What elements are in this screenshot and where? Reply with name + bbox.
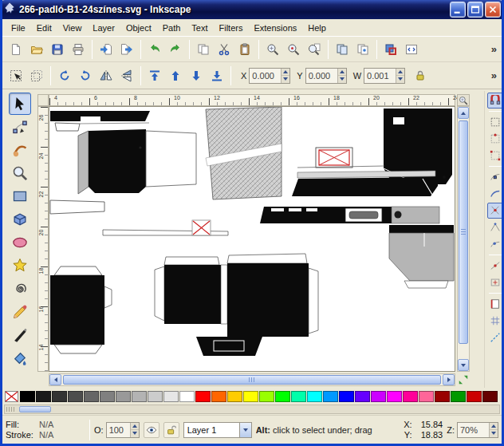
w-spinner[interactable] <box>396 69 404 83</box>
y-input[interactable]: 0.000 <box>305 68 347 84</box>
title-bar[interactable]: 266-padló-B1-24színes.svg - Inkscape <box>0 0 504 19</box>
import-document[interactable] <box>96 39 116 60</box>
spiral-tool[interactable] <box>9 278 31 300</box>
palette-swatch[interactable] <box>467 391 482 402</box>
y-spinner[interactable] <box>337 69 346 83</box>
fill-stroke-dialog[interactable] <box>380 39 401 60</box>
enable-snapping[interactable] <box>487 93 503 109</box>
open-document[interactable] <box>26 39 47 60</box>
redo[interactable] <box>165 39 186 60</box>
menu-help[interactable]: Help <box>302 21 332 35</box>
snap-path-intersections[interactable] <box>487 203 503 219</box>
vertical-scrollbar[interactable] <box>457 106 470 372</box>
palette-swatch[interactable] <box>148 391 163 402</box>
palette-swatch[interactable] <box>84 391 99 402</box>
box3d-tool[interactable] <box>9 208 31 231</box>
palette-grip[interactable] <box>6 407 16 412</box>
palette-scroll-thumb[interactable] <box>19 406 51 412</box>
palette-swatch[interactable] <box>132 391 147 402</box>
tool-toolbar-overflow[interactable]: » <box>491 69 497 81</box>
zoom-input[interactable]: 70% <box>457 422 498 438</box>
export-bitmap[interactable] <box>116 39 137 60</box>
snap-cusp-nodes[interactable] <box>487 219 503 235</box>
menu-path[interactable]: Path <box>157 21 187 35</box>
palette-swatch[interactable] <box>419 391 434 402</box>
star-tool[interactable] <box>9 255 31 277</box>
snap-page-border[interactable] <box>487 296 503 312</box>
tweak-tool[interactable] <box>9 139 31 161</box>
raise[interactable] <box>165 65 186 86</box>
zoom-tool[interactable] <box>9 162 31 184</box>
flip-horizontal[interactable] <box>96 65 116 86</box>
zoom-drawing[interactable] <box>283 39 304 60</box>
zoom-selection[interactable] <box>262 39 283 60</box>
menu-object[interactable]: Object <box>120 21 157 35</box>
menu-filters[interactable]: Filters <box>214 21 249 35</box>
ruler-zoom-button[interactable] <box>457 94 470 106</box>
minimize-button[interactable] <box>450 2 466 18</box>
print-document[interactable] <box>68 39 89 60</box>
v-ruler[interactable]: 26242220181614 <box>37 106 49 372</box>
palette-swatch[interactable] <box>387 391 402 402</box>
palette-swatch[interactable] <box>291 391 306 402</box>
menu-edit[interactable]: Edit <box>31 21 57 35</box>
palette-swatch[interactable] <box>243 391 258 402</box>
close-button[interactable] <box>485 2 501 18</box>
rotate-cw[interactable] <box>75 65 96 86</box>
snap-paths[interactable] <box>487 186 503 202</box>
snap-bbox-edges[interactable] <box>487 131 503 147</box>
palette-swatch[interactable] <box>435 391 450 402</box>
lock-aspect-button[interactable] <box>410 65 431 86</box>
new-document[interactable] <box>6 39 26 60</box>
palette-swatch[interactable] <box>482 391 498 402</box>
xml-editor[interactable] <box>401 39 422 60</box>
menu-view[interactable]: View <box>57 21 88 35</box>
layer-selector[interactable]: Layer 1 <box>183 422 252 438</box>
palette-swatch[interactable] <box>179 391 195 402</box>
opacity-input[interactable]: 100 <box>106 422 140 438</box>
x-spinner[interactable] <box>281 69 289 83</box>
palette-swatch[interactable] <box>116 391 131 402</box>
zoom-spinner[interactable] <box>489 423 498 437</box>
menu-text[interactable]: Text <box>186 21 213 35</box>
scroll-down-button[interactable] <box>458 359 469 371</box>
save-document[interactable] <box>47 39 68 60</box>
scroll-right-button[interactable] <box>443 374 455 385</box>
palette-swatch[interactable] <box>403 391 418 402</box>
scroll-up-button[interactable] <box>458 107 469 119</box>
palette-swatch[interactable] <box>100 391 115 402</box>
rectangle-tool[interactable] <box>9 185 31 207</box>
snap-midpoints[interactable] <box>487 258 503 274</box>
w-input[interactable]: 0.001 <box>364 68 405 84</box>
main-toolbar-overflow[interactable]: » <box>491 43 497 55</box>
snap-bbox[interactable] <box>487 114 503 130</box>
node-tool[interactable] <box>9 116 31 138</box>
selector-tool[interactable] <box>9 93 31 115</box>
papercraft-objects[interactable] <box>50 107 454 356</box>
palette-swatch[interactable] <box>211 391 226 402</box>
palette-swatch[interactable] <box>323 391 338 402</box>
vertical-scroll-thumb[interactable] <box>459 120 468 344</box>
palette-swatch[interactable] <box>275 391 290 402</box>
maximize-button[interactable] <box>467 2 483 18</box>
palette-swatch[interactable] <box>371 391 386 402</box>
snap-bbox-corners[interactable] <box>487 148 503 164</box>
palette-swatch[interactable] <box>68 391 83 402</box>
snap-nodes[interactable] <box>487 169 503 185</box>
palette-swatch[interactable] <box>355 391 370 402</box>
horizontal-scroll-thumb[interactable] <box>63 375 441 385</box>
select-all-layers[interactable] <box>26 65 47 86</box>
palette-swatch[interactable] <box>227 391 242 402</box>
fill-stroke-indicator[interactable]: Fill: N/A Stroke: N/A <box>6 420 85 440</box>
palette-scrollbar[interactable] <box>4 405 500 414</box>
snap-guides[interactable] <box>487 330 503 345</box>
calligraphy-tool[interactable] <box>9 324 31 346</box>
select-all[interactable] <box>6 65 26 86</box>
undo[interactable] <box>144 39 165 60</box>
palette-swatch[interactable] <box>339 391 354 402</box>
rotate-ccw[interactable] <box>54 65 75 86</box>
duplicate[interactable] <box>332 39 352 60</box>
snap-grid[interactable] <box>487 313 503 329</box>
pencil-tool[interactable] <box>9 301 31 323</box>
snap-smooth-nodes[interactable] <box>487 236 503 252</box>
